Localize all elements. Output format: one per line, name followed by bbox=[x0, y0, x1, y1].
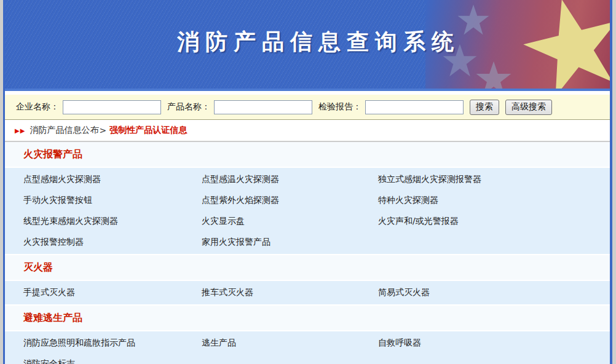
search-bar: 企业名称： 产品名称： 检验报告： 搜索 高级搜索 bbox=[5, 95, 610, 120]
product-row: 点型感烟火灾探测器点型感温火灾探测器独立式感烟火灾探测报警器 bbox=[5, 169, 610, 190]
breadcrumb: ▶▶ 消防产品信息公布 > 强制性产品认证信息 bbox=[5, 120, 610, 142]
product-link[interactable]: 火灾报警控制器 bbox=[23, 237, 202, 248]
product-row: 手提式灭火器推车式灭火器简易式灭火器 bbox=[5, 282, 610, 303]
breadcrumb-arrows-icon: ▶▶ bbox=[15, 127, 25, 134]
product-link[interactable]: 点型紫外火焰探测器 bbox=[202, 195, 378, 206]
header-banner: 消防产品信息查询系统 bbox=[5, 0, 610, 91]
page-container: 消防产品信息查询系统 企业名称： 产品名称： 检验报告： 搜索 高级搜索 ▶▶ … bbox=[3, 0, 612, 364]
product-row: 火灾报警控制器家用火灾报警产品 bbox=[5, 232, 610, 253]
section-items: 点型感烟火灾探测器点型感温火灾探测器独立式感烟火灾探测报警器手动火灾报警按钮点型… bbox=[5, 168, 610, 255]
empty-cell bbox=[378, 237, 610, 248]
section-items: 消防应急照明和疏散指示产品逃生产品自救呼吸器消防安全标志 bbox=[5, 331, 610, 364]
inspection-report-label: 检验报告： bbox=[318, 101, 361, 113]
inspection-report-input[interactable] bbox=[365, 100, 464, 114]
product-link[interactable]: 点型感烟火灾探测器 bbox=[23, 174, 202, 185]
product-link[interactable]: 独立式感烟火灾探测报警器 bbox=[378, 174, 610, 185]
product-sections: 火灾报警产品点型感烟火灾探测器点型感温火灾探测器独立式感烟火灾探测报警器手动火灾… bbox=[5, 142, 610, 364]
product-link[interactable]: 简易式灭火器 bbox=[378, 287, 610, 298]
product-link[interactable]: 手提式灭火器 bbox=[23, 287, 202, 298]
product-link[interactable]: 逃生产品 bbox=[202, 338, 378, 349]
advanced-search-button[interactable]: 高级搜索 bbox=[505, 100, 552, 115]
product-link[interactable]: 推车式灭火器 bbox=[202, 287, 378, 298]
flag-small-star-icon bbox=[476, 60, 511, 91]
product-row: 线型光束感烟火灾探测器火灾显示盘火灾声和/或光警报器 bbox=[5, 211, 610, 232]
search-button[interactable]: 搜索 bbox=[470, 100, 499, 115]
product-link[interactable]: 特种火灾探测器 bbox=[378, 195, 610, 206]
product-link[interactable]: 点型感温火灾探测器 bbox=[202, 174, 378, 185]
product-row: 消防应急照明和疏散指示产品逃生产品自救呼吸器 bbox=[5, 333, 610, 354]
product-link[interactable]: 火灾声和/或光警报器 bbox=[378, 216, 610, 227]
breadcrumb-parent-link[interactable]: 消防产品信息公布 bbox=[30, 125, 98, 136]
company-name-label: 企业名称： bbox=[16, 101, 59, 113]
page-title: 消防产品信息查询系统 bbox=[16, 0, 610, 57]
breadcrumb-separator: > bbox=[99, 125, 106, 135]
product-row: 手动火灾报警按钮点型紫外火焰探测器特种火灾探测器 bbox=[5, 190, 610, 211]
empty-cell bbox=[378, 358, 610, 364]
product-link[interactable]: 消防应急照明和疏散指示产品 bbox=[23, 338, 202, 349]
product-link[interactable]: 火灾显示盘 bbox=[202, 216, 378, 227]
product-link[interactable]: 消防安全标志 bbox=[23, 358, 202, 364]
company-name-input[interactable] bbox=[63, 100, 161, 114]
section-title: 避难逃生产品 bbox=[5, 306, 610, 331]
section-items: 手提式灭火器推车式灭火器简易式灭火器 bbox=[5, 281, 610, 306]
product-name-input[interactable] bbox=[214, 100, 312, 114]
product-link[interactable]: 线型光束感烟火灾探测器 bbox=[23, 216, 202, 227]
product-link[interactable]: 自救呼吸器 bbox=[378, 338, 610, 349]
product-link[interactable]: 手动火灾报警按钮 bbox=[23, 195, 202, 206]
search-area: 企业名称： 产品名称： 检验报告： 搜索 高级搜索 bbox=[5, 91, 610, 120]
section-title: 火灾报警产品 bbox=[5, 142, 610, 168]
empty-cell bbox=[202, 358, 378, 364]
product-row: 消防安全标志 bbox=[5, 354, 610, 364]
product-name-label: 产品名称： bbox=[167, 101, 210, 113]
section-title: 灭火器 bbox=[5, 255, 610, 281]
product-link[interactable]: 家用火灾报警产品 bbox=[202, 237, 378, 248]
breadcrumb-current: 强制性产品认证信息 bbox=[109, 125, 187, 136]
